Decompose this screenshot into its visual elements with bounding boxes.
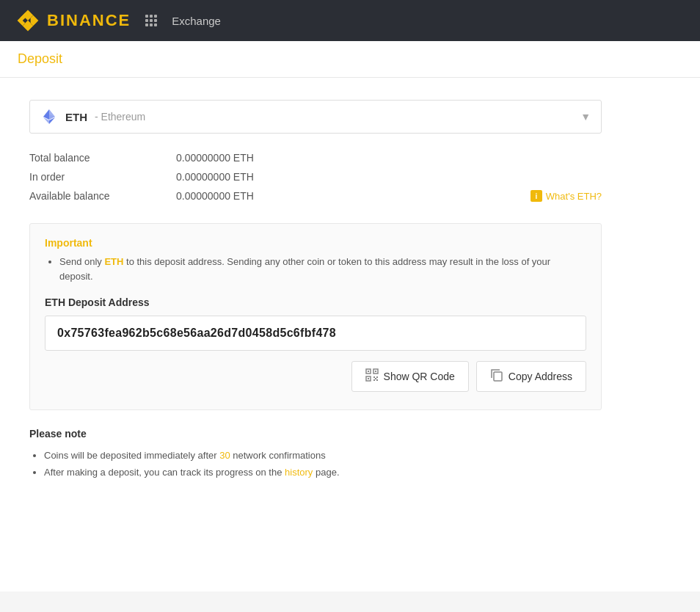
main-card: ETH - Ethereum ▼ Total balance 0.0000000… bbox=[0, 78, 700, 591]
logo-text: BINANCE bbox=[47, 11, 131, 30]
show-qr-button[interactable]: Show QR Code bbox=[351, 361, 469, 392]
please-note-title: Please note bbox=[29, 428, 602, 440]
qr-code-icon bbox=[365, 368, 379, 385]
warning-coin: ETH bbox=[104, 256, 123, 267]
copy-icon bbox=[490, 368, 503, 385]
note2-prefix: After making a deposit, you can track it… bbox=[44, 467, 285, 478]
history-link[interactable]: history bbox=[285, 467, 313, 478]
eth-logo-icon bbox=[40, 108, 58, 125]
important-title: Important bbox=[45, 237, 586, 249]
warning-prefix: Send only bbox=[59, 256, 104, 267]
coin-selector-left: ETH - Ethereum bbox=[40, 108, 145, 125]
svg-rect-19 bbox=[373, 379, 375, 381]
warning-suffix: to this deposit address. Sending any oth… bbox=[59, 256, 550, 282]
svg-marker-2 bbox=[31, 15, 39, 26]
total-balance-label: Total balance bbox=[29, 152, 176, 164]
grid-icon[interactable] bbox=[145, 15, 157, 26]
note1-suffix: network confirmations bbox=[230, 450, 326, 461]
please-note: Please note Coins will be deposited imme… bbox=[29, 428, 602, 481]
copy-address-button[interactable]: Copy Address bbox=[476, 361, 586, 392]
confirmations-number: 30 bbox=[219, 450, 230, 461]
note-confirmations: Coins will be deposited immediately afte… bbox=[44, 447, 602, 464]
important-list: Send only ETH to this deposit address. S… bbox=[45, 255, 586, 283]
svg-rect-16 bbox=[368, 378, 369, 379]
total-balance-value: 0.00000000 ETH bbox=[176, 152, 602, 164]
balance-table: Total balance 0.00000000 ETH In order 0.… bbox=[29, 148, 602, 205]
svg-rect-20 bbox=[376, 379, 378, 381]
svg-marker-3 bbox=[18, 15, 26, 26]
note2-suffix: page. bbox=[313, 467, 339, 478]
copy-address-label: Copy Address bbox=[508, 371, 572, 382]
logo: BINANCE bbox=[15, 7, 131, 34]
svg-rect-12 bbox=[368, 371, 369, 372]
in-order-row: In order 0.00000000 ETH bbox=[29, 167, 602, 186]
deposit-address-value: 0x75763fea962b5c68e56aa26d7d0458d5c6fbf4… bbox=[45, 316, 586, 351]
svg-rect-18 bbox=[376, 376, 378, 378]
info-icon: i bbox=[531, 190, 542, 202]
page-title-text: Deposit bbox=[18, 51, 62, 66]
page-title-bar: Deposit bbox=[0, 41, 700, 78]
coin-symbol: ETH bbox=[65, 111, 87, 123]
coin-full-name: - Ethereum bbox=[95, 111, 145, 123]
important-list-item: Send only ETH to this deposit address. S… bbox=[59, 255, 586, 283]
in-order-label: In order bbox=[29, 171, 176, 183]
available-balance-value: 0.00000000 ETH bbox=[176, 190, 531, 202]
action-buttons: Show QR Code Copy Address bbox=[45, 361, 586, 392]
binance-logo-icon bbox=[15, 7, 41, 34]
in-order-value: 0.00000000 ETH bbox=[176, 171, 602, 183]
note-history: After making a deposit, you can track it… bbox=[44, 464, 602, 481]
important-box: Important Send only ETH to this deposit … bbox=[29, 223, 602, 410]
svg-rect-14 bbox=[375, 371, 376, 372]
exchange-nav[interactable]: Exchange bbox=[172, 15, 221, 27]
whats-eth-label: What's ETH? bbox=[546, 191, 602, 202]
note1-prefix: Coins will be deposited immediately afte… bbox=[44, 450, 219, 461]
svg-rect-22 bbox=[494, 372, 502, 381]
available-balance-row: Available balance 0.00000000 ETH i What'… bbox=[29, 186, 602, 205]
coin-selector[interactable]: ETH - Ethereum ▼ bbox=[29, 100, 602, 134]
whats-eth-link[interactable]: i What's ETH? bbox=[531, 190, 602, 202]
please-note-list: Coins will be deposited immediately afte… bbox=[29, 447, 602, 481]
chevron-down-icon: ▼ bbox=[580, 111, 591, 123]
deposit-address-label: ETH Deposit Address bbox=[45, 296, 586, 308]
show-qr-label: Show QR Code bbox=[384, 371, 455, 382]
total-balance-row: Total balance 0.00000000 ETH bbox=[29, 148, 602, 167]
available-balance-label: Available balance bbox=[29, 190, 176, 202]
svg-rect-17 bbox=[373, 376, 375, 378]
header: BINANCE Exchange bbox=[0, 0, 700, 41]
svg-rect-21 bbox=[375, 378, 376, 379]
